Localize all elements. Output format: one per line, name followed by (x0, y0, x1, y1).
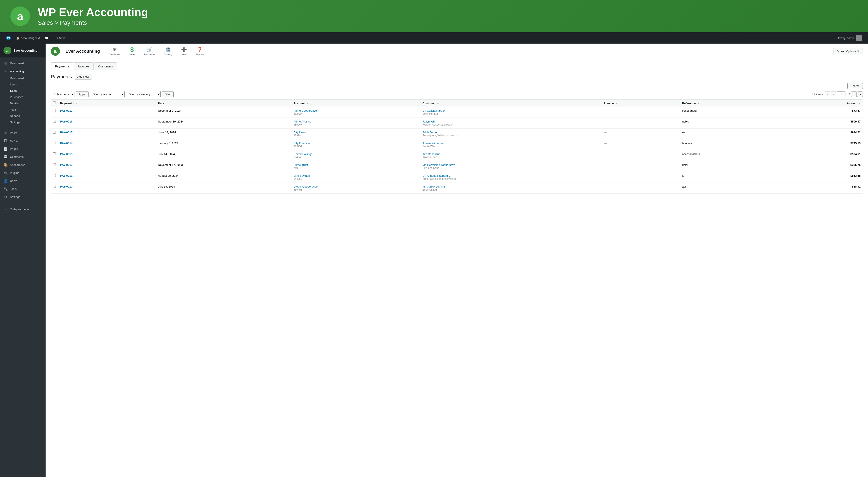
new-item[interactable]: + New (54, 32, 67, 43)
account-link[interactable]: Global Cooperative (293, 185, 317, 188)
th-date[interactable]: Date ⇅ (156, 100, 291, 107)
row-checkbox[interactable] (53, 185, 56, 188)
payment-link[interactable]: PAY-0011 (60, 174, 72, 177)
sidebar-item-plugins[interactable]: 🔌 Plugins (0, 169, 45, 177)
th-customer[interactable]: Customer ⇅ (420, 100, 602, 107)
payment-link[interactable]: PAY-0012 (60, 163, 72, 167)
payment-link[interactable]: PAY-0013 (60, 152, 72, 156)
sidebar-sub-tools[interactable]: Tools (0, 106, 45, 113)
plugin-nav-new[interactable]: ➕ New (177, 44, 191, 58)
wp-logo-item[interactable]: W (3, 32, 13, 43)
customer-link[interactable]: Dr. Calista Harber (423, 109, 445, 112)
next-page-button[interactable]: › (851, 92, 857, 97)
account-link[interactable]: Elite Savings (293, 174, 310, 177)
sidebar-item-settings[interactable]: ⚙ Settings (0, 193, 45, 201)
filter-button[interactable]: Filter (162, 91, 174, 97)
last-page-button[interactable]: » (857, 92, 863, 97)
account-link[interactable]: Prime Alliance (293, 120, 311, 123)
th-invoice[interactable]: Invoice ⇅ (602, 100, 680, 107)
th-amount[interactable]: Amount ⇅ (780, 100, 863, 107)
tab-customers[interactable]: Customers (94, 62, 117, 70)
sidebar-item-comments[interactable]: 💬 Comments (0, 153, 45, 161)
bulk-actions-select[interactable]: Bulk actions (51, 91, 74, 97)
sidebar-item-users[interactable]: 👤 Users (0, 177, 45, 185)
screen-options-button[interactable]: Screen Options ▼ (833, 48, 863, 55)
sidebar-item-accounting[interactable]: ● Accounting (0, 67, 45, 75)
sidebar-sub-items[interactable]: Items (0, 81, 45, 88)
customer-link[interactable]: Erich Jerde (423, 131, 437, 134)
account-link[interactable]: Prime Cooperative (293, 109, 317, 112)
row-checkbox[interactable] (53, 152, 56, 155)
customer-link[interactable]: Tito Considine (423, 152, 440, 156)
row-date: January 5, 2024 (156, 139, 291, 150)
select-all-checkbox[interactable] (53, 101, 56, 104)
app-logo: a (10, 6, 30, 26)
apply-button[interactable]: Apply (76, 91, 89, 97)
first-page-button[interactable]: « (825, 92, 830, 97)
plugin-support-icon: ❓ (197, 47, 203, 53)
prev-page-button[interactable]: ‹ (831, 92, 836, 97)
th-account[interactable]: Account ⇅ (291, 100, 420, 107)
table-header-row: Payment # ⇅ Date ⇅ Account ⇅ Customer (51, 100, 863, 107)
plugin-nav-support[interactable]: ❓ Support (191, 44, 208, 58)
plugin-nav-purchases[interactable]: 🛒 Purchases (140, 44, 159, 58)
comments-item[interactable]: 💬 0 (42, 32, 54, 43)
row-checkbox[interactable] (53, 174, 56, 177)
sidebar-item-tools[interactable]: 🔧 Tools (0, 185, 45, 193)
row-checkbox[interactable] (53, 142, 56, 144)
sidebar-sub-dashboard[interactable]: Dashboard (0, 75, 45, 81)
search-button[interactable]: Search (847, 83, 863, 89)
sidebar-sub-purchases[interactable]: Purchases (0, 94, 45, 100)
sidebar-sub-banking[interactable]: Banking (0, 100, 45, 106)
sidebar: a Ever Accounting ⊞ Dashboard ● Accounti… (0, 43, 45, 477)
sidebar-item-pages[interactable]: 📄 Pages (0, 145, 45, 153)
plugin-nav-bar: a Ever Accounting ⊞ Dashboard 💲 Sales 🛒 … (45, 43, 868, 59)
payment-link[interactable]: PAY-0015 (60, 131, 72, 134)
search-input[interactable] (803, 83, 846, 89)
plugin-nav-banking[interactable]: 🏦 Banking (159, 44, 177, 58)
sidebar-item-dashboard[interactable]: ⊞ Dashboard (0, 59, 45, 67)
filter-by-category-select[interactable]: Filter by category (126, 91, 161, 97)
customer-link[interactable]: Jailyn Will (423, 120, 435, 123)
add-new-button[interactable]: Add New (75, 74, 92, 79)
customer-link[interactable]: Dr. Annetta Padberg V (423, 174, 451, 177)
account-link[interactable]: City Union (293, 131, 306, 134)
plugin-nav-sales[interactable]: 💲 Sales (125, 44, 140, 58)
tab-payments[interactable]: Payments (51, 62, 73, 70)
customer-link[interactable]: Mr. Janick Jenkins (423, 185, 445, 188)
page-number-input[interactable] (837, 92, 845, 97)
sidebar-sub-sales[interactable]: Sales (0, 88, 45, 94)
sidebar-item-media[interactable]: 🖼 Media (0, 137, 45, 145)
th-payment-num[interactable]: Payment # ⇅ (58, 100, 156, 107)
row-checkbox[interactable] (53, 131, 56, 134)
th-reference[interactable]: Reference ⇅ (680, 100, 780, 107)
sidebar-sub-settings[interactable]: Settings (0, 119, 45, 125)
account-link[interactable]: City Financial (293, 142, 310, 145)
customer-link[interactable]: Joanie Wilderman (423, 142, 445, 145)
collapse-menu-item[interactable]: ← Collapse menu (0, 205, 45, 214)
sidebar-sub-reports[interactable]: Reports (0, 113, 45, 119)
app-title-block: WP Ever Accounting Sales > Payments (38, 6, 148, 26)
payment-link[interactable]: PAY-0016 (60, 120, 72, 123)
site-name-item[interactable]: 🏠 accountingnext (13, 32, 42, 43)
account-link[interactable]: Prime Trust (293, 163, 308, 167)
row-checkbox[interactable] (53, 163, 56, 166)
row-checkbox-cell (51, 172, 58, 183)
sidebar-item-posts[interactable]: ✏ Posts (0, 129, 45, 137)
content-area: a Ever Accounting ⊞ Dashboard 💲 Sales 🛒 … (45, 43, 868, 477)
row-reference: nobis (680, 118, 780, 129)
plugin-nav-dashboard[interactable]: ⊞ Dashboard (104, 44, 125, 58)
tab-invoices[interactable]: Invoices (74, 62, 93, 70)
settings-icon: ⚙ (3, 195, 8, 199)
row-account: Prime Trust 740270 (291, 161, 420, 172)
account-link[interactable]: United Savings (293, 152, 312, 156)
payment-link[interactable]: PAY-0014 (60, 142, 72, 145)
table-row: PAY-0014 January 5, 2024 City Financial … (51, 139, 863, 150)
filter-by-account-select[interactable]: Filter by account (90, 91, 125, 97)
row-checkbox[interactable] (53, 109, 56, 112)
sidebar-item-appearance[interactable]: 🎨 Appearance (0, 161, 45, 169)
payment-link[interactable]: PAY-0010 (60, 185, 72, 188)
payment-link[interactable]: PAY-0017 (60, 109, 72, 112)
row-checkbox[interactable] (53, 120, 56, 123)
customer-link[interactable]: Mr. Herminio Crooks DVM (423, 163, 455, 167)
